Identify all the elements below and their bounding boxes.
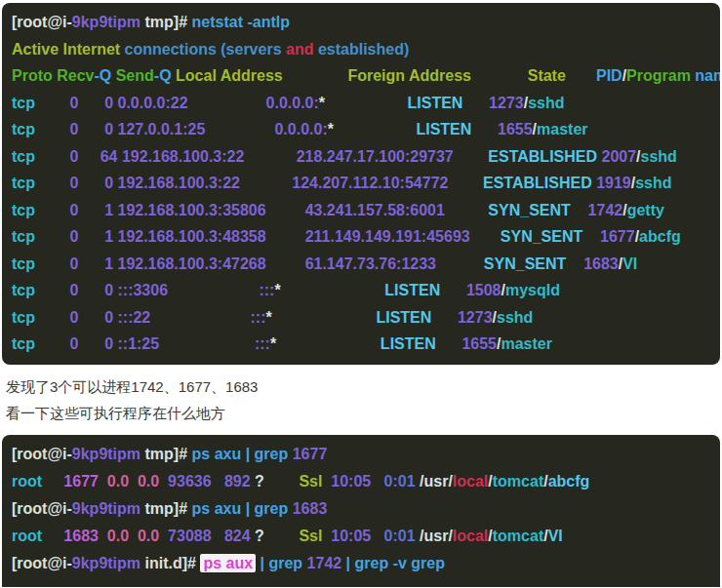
text-segment: connections (servers — [120, 41, 286, 58]
prompt: tmp]# — [140, 14, 191, 30]
command: ps axu | grep — [192, 446, 293, 462]
prompt: [root@i- — [12, 500, 72, 517]
program: master — [537, 121, 587, 137]
terminal-line: [root@i-9kp9tipm tmp]# netstat -antlp — [12, 9, 710, 36]
command-arg: 1683 — [293, 500, 328, 517]
state: ESTABLISHED — [454, 148, 597, 165]
text-segment — [42, 473, 63, 490]
vsz-rss: 73088 824 — [159, 528, 255, 544]
state: LISTEN — [272, 309, 432, 326]
prompt: tmp]# — [140, 500, 191, 517]
proto: tcp — [12, 202, 35, 218]
start-time: 10:05 — [322, 528, 371, 544]
terminal-line: [root@i-9kp9tipm tmp]# ps axu | grep 167… — [12, 441, 710, 468]
program: abcfg — [639, 228, 681, 245]
terminal-line: tcp 0 0 192.168.100.3:22 124.207.112.10:… — [12, 170, 710, 197]
command: netstat -antlp — [192, 14, 290, 30]
cpu-mem: 0.0 0.0 — [99, 473, 159, 490]
proto: tcp — [12, 228, 35, 245]
text-segment — [436, 335, 462, 352]
state: LISTEN — [281, 282, 441, 298]
start-time: 10:05 — [322, 473, 371, 490]
cpu-mem: 0.0 0.0 — [99, 528, 159, 544]
prompt: [root@i- — [12, 14, 72, 30]
pid: 1677 — [63, 473, 99, 490]
command-arg: 1677 — [293, 446, 328, 462]
state: ESTABLISHED — [448, 175, 591, 191]
tty: ? — [255, 528, 264, 544]
program: sshd — [528, 95, 564, 111]
note-line-1: 发现了3个可以进程1742、1677、1683 — [6, 373, 722, 400]
user: root — [12, 528, 42, 544]
proto: tcp — [12, 175, 35, 191]
cpu-time: 0:01 — [371, 528, 415, 544]
program: sshd — [641, 148, 677, 165]
proto: tcp — [12, 255, 35, 272]
text-segment: Proto Recv — [12, 67, 94, 84]
prompt: [root@i- — [12, 555, 72, 571]
terminal-line: tcp 0 64 192.168.100.3:22 218.247.17.100… — [12, 143, 710, 171]
text-segment — [42, 528, 63, 544]
path: /usr/ — [416, 473, 453, 490]
text-segment: PID — [596, 67, 622, 84]
path: tomcat — [493, 473, 543, 490]
terminal-line: tcp 0 0 :::3306 :::* LISTEN 1508/mysqld — [12, 277, 710, 304]
prompt: tmp]# — [140, 446, 191, 462]
text-segment — [566, 255, 583, 272]
text-segment — [471, 121, 498, 137]
text-segment: 0 0 :::22 ::: — [35, 309, 265, 326]
terminal-line: tcp 0 1 192.168.100.3:48358 211.149.149.… — [12, 223, 710, 251]
text-segment: Foreign Address — [347, 67, 527, 84]
terminal-ps-grep-output: [root@i-9kp9tipm tmp]# ps axu | grep 167… — [2, 435, 720, 587]
command: ps axu | grep — [192, 500, 293, 517]
proto: tcp — [12, 121, 35, 137]
text-segment: 0 1 192.168.100.3:47268 61.147.73.76:123… — [35, 255, 436, 272]
tty: ? — [255, 473, 264, 490]
text-segment: -Q — [94, 67, 111, 84]
state: LISTEN — [276, 335, 436, 352]
text-segment: 0 0 192.168.100.3:22 124.207.112.10:5477… — [35, 175, 448, 191]
path: local — [453, 473, 488, 490]
text-segment — [571, 202, 588, 218]
program: getty — [627, 202, 664, 218]
state: LISTEN — [334, 121, 471, 137]
terminal-line: tcp 0 0 127.0.0.1:25 0.0.0.0:* LISTEN 16… — [12, 116, 710, 143]
command: | grep -v grep — [341, 555, 445, 571]
text-segment: 0 1 192.168.100.3:35806 43.241.157.58:60… — [35, 202, 445, 218]
proto: tcp — [12, 309, 35, 326]
proto: tcp — [12, 95, 35, 111]
text-segment: 0 0 :::3306 ::: — [35, 282, 274, 298]
text-segment: 0 0 127.0.0.1:25 0.0.0.0: — [35, 121, 328, 137]
program: sshd — [497, 309, 533, 326]
vsz-rss: 93636 892 — [159, 473, 255, 490]
text-segment — [462, 95, 489, 111]
program: VI — [548, 528, 563, 544]
text-segment: 0 0 ::1:25 ::: — [35, 335, 270, 352]
highlighted-command: ps aux — [200, 554, 256, 572]
state: SYN_SENT — [445, 202, 571, 218]
terminal-line: root 1683 0.0 0.0 73088 824 ? Ssl 10:05 … — [12, 523, 710, 550]
text-segment: Program — [626, 67, 695, 84]
program: mysqld — [505, 282, 560, 298]
pid: 1273 — [489, 95, 524, 111]
path: /usr/ — [416, 528, 453, 544]
hostname: 9kp9tipm — [72, 500, 140, 517]
stat: Ssl — [264, 473, 323, 490]
path: local — [453, 528, 488, 544]
terminal-netstat-output: [root@i-9kp9tipm tmp]# netstat -antlpAct… — [2, 3, 720, 365]
hostname: 9kp9tipm — [72, 14, 140, 30]
user: root — [12, 473, 42, 490]
text-segment: established) — [313, 41, 409, 58]
text-segment: 0 1 192.168.100.3:48358 211.149.149.191:… — [35, 228, 470, 245]
cpu-time: 0:01 — [371, 473, 415, 490]
prompt: init.d]# — [140, 555, 200, 571]
annotation-note: 发现了3个可以进程1742、1677、1683 看一下这些可执行程序在什么地方 — [0, 365, 722, 435]
hostname: 9kp9tipm — [72, 555, 140, 571]
text-segment — [440, 282, 466, 298]
pid: 1655 — [498, 121, 533, 137]
program: VI — [622, 255, 637, 272]
terminal-line: Proto Recv-Q Send-Q Local Address Foreig… — [12, 62, 710, 90]
text-segment: -Q — [154, 67, 172, 84]
text-segment: Send — [111, 67, 154, 84]
command: | grep — [261, 555, 307, 571]
